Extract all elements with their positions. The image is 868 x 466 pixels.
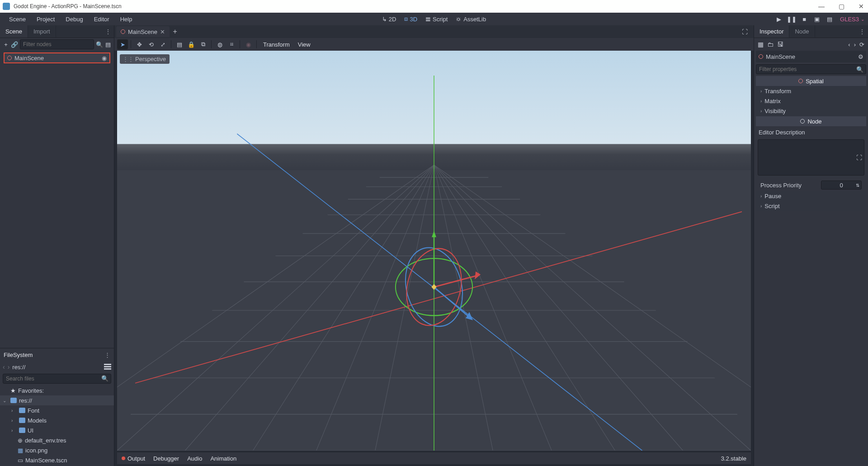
play-button[interactable]: ▶ [775,15,783,23]
inspected-node-row[interactable]: MainScene ⚙ [756,51,866,62]
output-panel-button[interactable]: Output [122,455,145,462]
new-resource-icon[interactable]: ▦ [758,41,764,48]
visibility-toggle-icon[interactable]: ◉ [102,55,107,62]
search-icon: 🔍 [101,375,108,382]
tab-inspector[interactable]: Inspector [754,25,789,38]
menu-debug[interactable]: Debug [60,13,88,25]
scene-root-node[interactable]: MainScene ◉ [4,52,110,63]
group-icon[interactable]: ⧉ [198,39,208,49]
process-priority-label: Process Priority [760,182,802,189]
workspace-assetlib-button[interactable]: ⛭AssetLib [452,14,490,24]
stop-button[interactable]: ■ [800,15,808,23]
lock-icon[interactable]: 🔒 [186,39,197,49]
inspector-prop-pause[interactable]: ›Pause [756,191,866,201]
version-label: 3.2.stable [721,455,746,462]
close-button[interactable]: ✕ [857,2,865,10]
audio-panel-button[interactable]: Audio [187,455,202,462]
inspector-panel-menu-icon[interactable]: ⋮ [856,28,868,35]
list-select-icon[interactable]: ▤ [174,39,185,49]
menu-help[interactable]: Help [115,13,138,25]
close-tab-icon[interactable]: ✕ [160,29,165,35]
fs-folder-ui[interactable]: › UI [0,425,114,435]
camera-override-icon[interactable]: ◉ [243,39,254,49]
window-titlebar: Godot Engine - ActionRPG - MainScene.tsc… [0,0,868,13]
history-forward-icon[interactable]: › [854,41,856,48]
fs-root-folder[interactable]: ⌄ res:// [0,395,114,405]
local-space-icon[interactable]: ◍ [214,39,225,49]
settings-icon[interactable]: ⚙ [858,53,863,60]
workspace-script-button[interactable]: 𝌆Script [422,14,451,24]
snap-icon[interactable]: ⌗ [226,39,237,49]
inspector-section-spatial[interactable]: Spatial [756,76,866,86]
editor-description-input[interactable]: ⛶ [758,139,864,176]
3d-viewport[interactable]: ⋮⋮ Perspective [117,51,751,451]
renderer-selector[interactable]: GLES3⌄ [840,16,864,23]
load-resource-icon[interactable]: 🗀 [767,41,774,48]
filter-properties-input[interactable] [756,64,866,74]
filter-nodes-input[interactable] [20,39,94,49]
workspace-3d-button[interactable]: ⧈3D [401,14,421,24]
scale-tool-icon[interactable]: ⤢ [157,39,168,49]
fs-current-path[interactable]: res:// [12,364,101,371]
menu-project[interactable]: Project [31,13,60,25]
image-icon: ▦ [18,447,23,454]
chevron-right-icon: › [11,428,17,433]
animation-panel-button[interactable]: Animation [210,455,236,462]
view-menu[interactable]: View [294,41,314,48]
inspector-prop-visibility[interactable]: ›Visibility [756,106,866,116]
fs-folder-models[interactable]: › Models [0,415,114,425]
debugger-panel-button[interactable]: Debugger [153,455,179,462]
folder-icon [19,408,25,413]
inspector-section-node[interactable]: Node [756,116,866,126]
perspective-badge[interactable]: ⋮⋮ Perspective [120,54,170,64]
history-back-icon[interactable]: ‹ [848,41,850,48]
tab-node[interactable]: Node [789,25,815,38]
filesystem-menu-icon[interactable]: ⋮ [104,352,110,358]
inspector-prop-transform[interactable]: ›Transform [756,86,866,96]
cube-icon: ⧈ [404,15,408,23]
transform-menu[interactable]: Transform [259,41,293,48]
fs-file-icon[interactable]: ▦ icon.png [0,445,114,455]
new-scene-tab-button[interactable]: + [170,28,180,36]
fs-folder-font[interactable]: › Font [0,405,114,415]
instance-scene-button[interactable]: 🔗 [11,40,18,49]
scene-panel-menu-icon[interactable]: ⋮ [102,28,114,35]
pause-button[interactable]: ❚❚ [788,15,796,23]
fs-forward-button[interactable]: › [8,363,10,371]
menu-editor[interactable]: Editor [89,13,115,25]
process-priority-input[interactable]: 0 ⇅ [821,181,862,190]
select-tool-icon[interactable]: ➤ [117,39,128,49]
history-menu-icon[interactable]: ⟳ [859,41,864,48]
play-custom-scene-button[interactable]: ▤ [826,15,834,23]
spinner-icon[interactable]: ⇅ [856,183,859,188]
move-tool-icon[interactable]: ✥ [134,39,145,49]
minimize-button[interactable]: — [817,2,826,10]
inspector-prop-matrix[interactable]: ›Matrix [756,96,866,106]
fs-file-env[interactable]: ⊕ default_env.tres [0,435,114,445]
fs-search-input[interactable] [3,374,111,384]
workspace-2d-button[interactable]: ↳2D [378,14,400,24]
inspector-prop-script[interactable]: ›Script [756,201,866,211]
chevron-right-icon: › [760,89,762,94]
add-node-button[interactable]: + [3,40,9,49]
rotate-tool-icon[interactable]: ⟲ [146,39,156,49]
fs-file-mainscene[interactable]: ▭ MainScene.tscn [0,455,114,465]
attach-script-button[interactable]: ▤ [105,40,111,49]
fs-favorites-header[interactable]: ★ Favorites: [0,385,114,395]
search-icon: 🔍 [856,66,863,73]
expand-icon[interactable]: ⛶ [856,154,862,161]
save-resource-icon[interactable]: 🖫 [777,41,783,48]
open-scene-tab[interactable]: MainScene ✕ [116,26,170,37]
menu-scene[interactable]: Scene [4,13,31,25]
tab-import[interactable]: Import [28,25,56,38]
maximize-button[interactable]: ▢ [837,2,845,10]
play-scene-button[interactable]: ▣ [813,15,821,23]
fs-layout-toggle-icon[interactable] [104,364,111,370]
tab-scene[interactable]: Scene [0,25,28,38]
fs-back-button[interactable]: ‹ [3,363,5,371]
folder-icon [10,398,17,403]
distraction-free-icon[interactable]: ⛶ [742,29,752,35]
chevron-right-icon: › [760,109,762,114]
search-icon[interactable]: 🔍 [96,40,103,49]
editor-description-label: Editor Description [754,126,868,138]
